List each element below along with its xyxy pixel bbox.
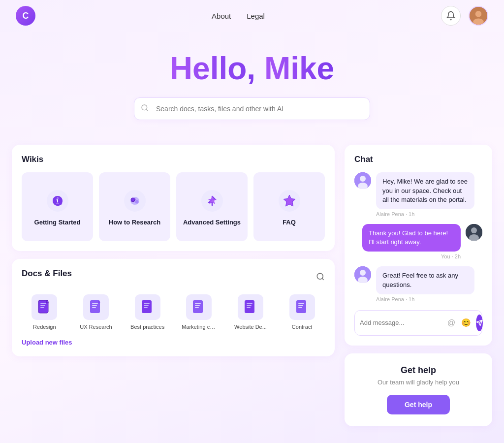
header-right bbox=[441, 6, 488, 26]
svg-rect-37 bbox=[247, 305, 252, 306]
svg-point-17 bbox=[317, 273, 323, 279]
wikis-title: Wikis bbox=[22, 155, 325, 164]
chat-send-button[interactable] bbox=[476, 315, 483, 331]
files-grid: Redesign UX Research bbox=[22, 294, 325, 330]
chat-message-3: Great! Feel free to ask any questions. A… bbox=[354, 266, 482, 302]
svg-rect-25 bbox=[92, 305, 97, 306]
file-label-marketing: Marketing ca... bbox=[182, 324, 216, 330]
svg-rect-24 bbox=[92, 303, 98, 304]
svg-rect-20 bbox=[40, 303, 46, 304]
logo-icon[interactable]: C bbox=[16, 6, 35, 26]
svg-point-10 bbox=[135, 200, 138, 203]
svg-point-4 bbox=[47, 190, 68, 212]
svg-rect-22 bbox=[40, 307, 44, 308]
notification-bell[interactable] bbox=[441, 6, 461, 26]
svg-rect-35 bbox=[245, 300, 254, 313]
file-item-ux-research[interactable]: UX Research bbox=[73, 294, 119, 330]
getting-started-icon bbox=[47, 190, 68, 212]
svg-point-11 bbox=[134, 198, 136, 200]
chat-bubble-wrap-2: Thank you! Glad to be here! I'll start r… bbox=[362, 224, 461, 259]
nav-about[interactable]: About bbox=[212, 12, 231, 20]
file-icon-ux-research bbox=[83, 294, 109, 320]
chat-bubble-3: Great! Feel free to ask any questions. bbox=[376, 266, 474, 294]
svg-rect-29 bbox=[144, 305, 149, 306]
upload-new-files-button[interactable]: Upload new files bbox=[22, 339, 72, 346]
help-subtitle: Our team will gladly help you bbox=[354, 379, 482, 386]
get-help-button[interactable]: Get help bbox=[387, 395, 450, 414]
file-item-redesign[interactable]: Redesign bbox=[22, 294, 67, 330]
svg-rect-21 bbox=[40, 305, 45, 306]
docs-header: Docs & Files bbox=[22, 269, 325, 286]
chat-bubble-1: Hey, Mike! We are glad to see you in our… bbox=[376, 172, 474, 209]
docs-search-button[interactable] bbox=[316, 272, 325, 284]
self-avatar bbox=[466, 224, 482, 241]
file-item-marketing[interactable]: Marketing ca... bbox=[176, 294, 222, 330]
file-icon-website bbox=[238, 294, 263, 320]
docs-card: Docs & Files bbox=[12, 259, 335, 356]
file-label-best-practices: Best practices bbox=[130, 324, 164, 330]
file-item-contract[interactable]: Contract bbox=[279, 294, 325, 330]
chat-message-2: Thank you! Glad to be here! I'll start r… bbox=[354, 224, 482, 259]
svg-rect-39 bbox=[296, 300, 306, 313]
chat-message-input[interactable] bbox=[360, 319, 442, 326]
svg-rect-36 bbox=[247, 303, 252, 304]
advanced-settings-icon bbox=[201, 190, 223, 212]
svg-rect-18 bbox=[38, 300, 48, 313]
search-icon bbox=[141, 104, 149, 114]
chat-time-2: You · 2h bbox=[441, 253, 461, 259]
chat-messages: Hey, Mike! We are glad to see you in our… bbox=[354, 172, 482, 302]
svg-rect-30 bbox=[144, 307, 148, 308]
wiki-label-how-to-research: How to Research bbox=[109, 219, 160, 226]
file-label-redesign: Redesign bbox=[33, 324, 56, 330]
svg-point-1 bbox=[475, 11, 482, 17]
file-label-website: Website De... bbox=[234, 324, 267, 330]
wiki-label-advanced-settings: Advanced Settings bbox=[183, 219, 241, 226]
chat-bubble-wrap-1: Hey, Mike! We are glad to see you in our… bbox=[376, 172, 474, 217]
chat-time-3: Alaire Pena · 1h bbox=[376, 296, 474, 302]
chat-time-1: Alaire Pena · 1h bbox=[376, 211, 474, 217]
wikis-card: Wikis Getting Started bbox=[12, 145, 335, 251]
left-column: Wikis Getting Started bbox=[12, 145, 335, 426]
chat-title: Chat bbox=[354, 155, 482, 164]
svg-rect-41 bbox=[298, 305, 303, 306]
alaire-avatar-1 bbox=[354, 172, 371, 189]
wiki-item-advanced-settings[interactable]: Advanced Settings bbox=[176, 172, 248, 241]
chat-bubble-wrap-3: Great! Feel free to ask any questions. A… bbox=[376, 266, 474, 302]
chat-emoji-button[interactable]: 😊 bbox=[460, 317, 472, 328]
right-column: Chat Hey, Mike! We are glad to see you i… bbox=[345, 145, 492, 426]
alaire-avatar-2 bbox=[354, 266, 371, 283]
chat-at-button[interactable]: @ bbox=[446, 317, 456, 328]
hero-section: Hello, Mike bbox=[0, 32, 504, 135]
svg-point-50 bbox=[360, 270, 366, 276]
wiki-item-how-to-research[interactable]: How to Research bbox=[99, 172, 170, 241]
avatar-image bbox=[470, 7, 487, 25]
user-avatar[interactable] bbox=[469, 6, 488, 26]
file-item-website[interactable]: Website De... bbox=[228, 294, 274, 330]
wiki-label-getting-started: Getting Started bbox=[34, 219, 81, 226]
nav-legal[interactable]: Legal bbox=[247, 12, 265, 20]
svg-rect-26 bbox=[92, 307, 96, 308]
search-bar bbox=[134, 97, 370, 120]
wiki-item-getting-started[interactable]: Getting Started bbox=[22, 172, 93, 241]
hero-greeting: Hello, Mike bbox=[10, 51, 494, 86]
svg-rect-28 bbox=[144, 303, 150, 304]
wiki-item-faq[interactable]: FAQ bbox=[253, 172, 325, 241]
wiki-grid: Getting Started How to R bbox=[22, 172, 325, 241]
svg-rect-31 bbox=[193, 300, 203, 313]
file-icon-marketing bbox=[186, 294, 212, 320]
chat-bubble-2: Thank you! Glad to be here! I'll start r… bbox=[362, 224, 461, 252]
svg-rect-38 bbox=[247, 307, 251, 308]
header: C About Legal bbox=[0, 0, 504, 32]
file-label-contract: Contract bbox=[292, 324, 313, 330]
svg-rect-32 bbox=[195, 303, 201, 304]
file-item-best-practices[interactable]: Best practices bbox=[125, 294, 170, 330]
get-help-card: Get help Our team will gladly help you G… bbox=[345, 353, 492, 426]
svg-point-3 bbox=[142, 105, 147, 110]
file-icon-contract bbox=[289, 294, 315, 320]
chat-card: Chat Hey, Mike! We are glad to see you i… bbox=[345, 145, 492, 345]
svg-rect-27 bbox=[142, 300, 152, 313]
search-input[interactable] bbox=[134, 97, 370, 120]
help-title: Get help bbox=[354, 365, 482, 376]
file-label-ux-research: UX Research bbox=[80, 324, 112, 330]
svg-rect-33 bbox=[195, 305, 200, 306]
